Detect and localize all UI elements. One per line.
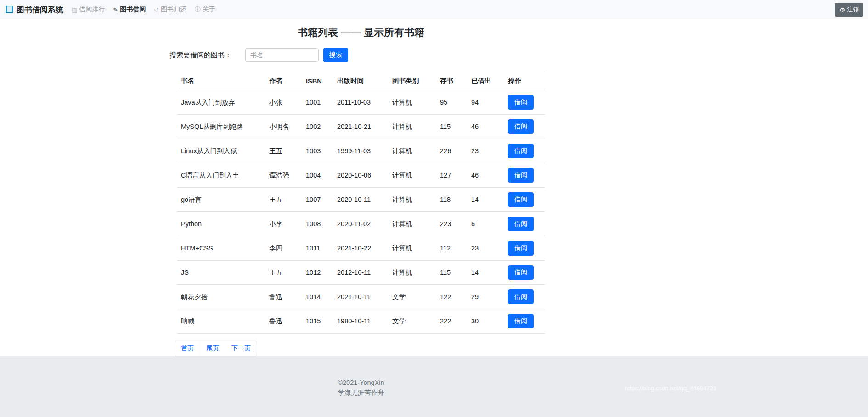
table-row: go语言王五10072020-10-11计算机11814借阅: [177, 188, 545, 212]
cell-action: 借阅: [504, 90, 545, 115]
nav-item-label: 图书归还: [161, 6, 186, 14]
cell-publish_date: 2020-10-06: [333, 163, 389, 188]
pagination-last[interactable]: 尾页: [200, 341, 225, 356]
search-button[interactable]: 搜索: [323, 48, 348, 62]
nav-item-label: 借阅排行: [79, 6, 105, 14]
cell-stock: 222: [436, 309, 468, 334]
column-header: 已借出: [468, 72, 504, 90]
cell-isbn: 1011: [302, 236, 333, 261]
watermark: https://blog.csdn.net/qq_44694721: [625, 385, 717, 392]
cell-action: 借阅: [504, 188, 545, 212]
nav-links: ▥借阅排行✎图书借阅↺图书归还ⓘ关于: [72, 6, 224, 14]
cell-action: 借阅: [504, 261, 545, 285]
table-row: MySQL从删库到跑路小明名10022021-10-21计算机11546借阅: [177, 115, 545, 139]
cell-borrowed: 14: [468, 261, 504, 285]
nav-item-label: 图书借阅: [120, 6, 146, 14]
borrow-icon: ✎: [113, 6, 118, 13]
cell-isbn: 1012: [302, 261, 333, 285]
motto: 学海无涯苦作舟: [177, 388, 545, 398]
cell-borrowed: 6: [468, 212, 504, 236]
cell-isbn: 1014: [302, 285, 333, 309]
cell-title: HTM+CSS: [177, 236, 265, 261]
cell-title: C语言从入门到入土: [177, 163, 265, 188]
cell-publish_date: 2011-10-03: [333, 90, 389, 115]
cell-isbn: 1001: [302, 90, 333, 115]
cell-borrowed: 46: [468, 163, 504, 188]
book-table-body: Java从入门到放弃小张10012011-10-03计算机9594借阅MySQL…: [177, 90, 545, 334]
cell-action: 借阅: [504, 212, 545, 236]
column-header: 操作: [504, 72, 545, 90]
footer-text: ©2021-YongXin 学海无涯苦作舟: [177, 378, 545, 398]
borrow-button[interactable]: 借阅: [508, 144, 534, 158]
table-row: Linux从入门到入狱王五10031999-11-03计算机22623借阅: [177, 139, 545, 163]
cell-title: JS: [177, 261, 265, 285]
about-icon: ⓘ: [195, 6, 201, 14]
cell-category: 计算机: [389, 115, 436, 139]
nav-item-ranking[interactable]: ▥借阅排行: [72, 6, 105, 14]
cell-isbn: 1008: [302, 212, 333, 236]
cell-category: 文学: [389, 285, 436, 309]
cell-author: 谭浩强: [265, 163, 302, 188]
cell-title: Java从入门到放弃: [177, 90, 265, 115]
cell-title: MySQL从删库到跑路: [177, 115, 265, 139]
gear-icon: ⚙: [840, 6, 845, 13]
borrow-button[interactable]: 借阅: [508, 289, 534, 304]
borrow-button[interactable]: 借阅: [508, 168, 534, 183]
column-header: ISBN: [302, 72, 333, 90]
cell-borrowed: 14: [468, 188, 504, 212]
search-label: 搜索要借阅的图书：: [169, 51, 231, 60]
borrow-button[interactable]: 借阅: [508, 265, 534, 280]
cell-category: 计算机: [389, 212, 436, 236]
cell-category: 计算机: [389, 188, 436, 212]
cell-isbn: 1015: [302, 309, 333, 334]
cell-stock: 127: [436, 163, 468, 188]
table-row: C语言从入门到入土谭浩强10042020-10-06计算机12746借阅: [177, 163, 545, 188]
nav-item-return[interactable]: ↺图书归还: [154, 6, 186, 14]
table-header-row: 书名作者ISBN出版时间图书类别存书已借出操作: [177, 72, 545, 90]
cell-isbn: 1004: [302, 163, 333, 188]
book-table: 书名作者ISBN出版时间图书类别存书已借出操作 Java从入门到放弃小张1001…: [177, 72, 545, 334]
table-row: Java从入门到放弃小张10012011-10-03计算机9594借阅: [177, 90, 545, 115]
borrow-button[interactable]: 借阅: [508, 217, 534, 231]
cell-stock: 115: [436, 115, 468, 139]
page-title: 书籍列表 —— 显示所有书籍: [177, 26, 545, 39]
cell-stock: 118: [436, 188, 468, 212]
nav-item-about[interactable]: ⓘ关于: [195, 6, 215, 14]
column-header: 书名: [177, 72, 265, 90]
book-logo-icon: [5, 5, 14, 14]
pagination-first[interactable]: 首页: [175, 341, 200, 356]
cell-author: 小张: [265, 90, 302, 115]
cell-action: 借阅: [504, 115, 545, 139]
cell-category: 计算机: [389, 139, 436, 163]
cell-title: 呐喊: [177, 309, 265, 334]
column-header: 图书类别: [389, 72, 436, 90]
borrow-button[interactable]: 借阅: [508, 95, 534, 110]
cell-action: 借阅: [504, 309, 545, 334]
borrow-button[interactable]: 借阅: [508, 119, 534, 134]
navbar: 图书借阅系统 ▥借阅排行✎图书借阅↺图书归还ⓘ关于 ⚙ 注销: [0, 0, 868, 19]
cell-category: 计算机: [389, 236, 436, 261]
borrow-button[interactable]: 借阅: [508, 192, 534, 207]
brand-label: 图书借阅系统: [17, 5, 63, 15]
logout-button[interactable]: ⚙ 注销: [835, 3, 863, 17]
cell-stock: 95: [436, 90, 468, 115]
cell-borrowed: 94: [468, 90, 504, 115]
cell-borrowed: 23: [468, 236, 504, 261]
cell-action: 借阅: [504, 139, 545, 163]
search-input[interactable]: [245, 48, 319, 62]
cell-publish_date: 1999-11-03: [333, 139, 389, 163]
table-row: HTM+CSS李四10112021-10-22计算机11223借阅: [177, 236, 545, 261]
cell-category: 计算机: [389, 90, 436, 115]
borrow-button[interactable]: 借阅: [508, 241, 534, 256]
borrow-button[interactable]: 借阅: [508, 314, 534, 328]
cell-borrowed: 30: [468, 309, 504, 334]
cell-action: 借阅: [504, 236, 545, 261]
cell-publish_date: 2020-10-11: [333, 188, 389, 212]
pagination-next[interactable]: 下一页: [225, 341, 257, 356]
footer: ©2021-YongXin 学海无涯苦作舟 https://blog.csdn.…: [0, 356, 868, 417]
column-header: 作者: [265, 72, 302, 90]
content-container: 书籍列表 —— 显示所有书籍 搜索要借阅的图书： 搜索 书名作者ISBN出版时间…: [177, 26, 545, 356]
nav-item-borrow[interactable]: ✎图书借阅: [113, 6, 146, 14]
brand[interactable]: 图书借阅系统: [5, 5, 63, 15]
cell-category: 计算机: [389, 261, 436, 285]
